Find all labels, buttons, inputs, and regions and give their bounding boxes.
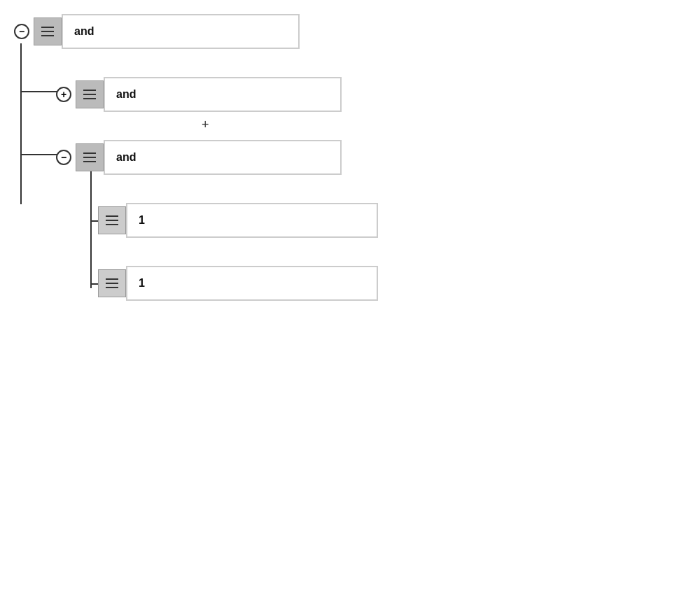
- child2-node-row: − and: [56, 140, 342, 175]
- child1-plus-symbol: +: [61, 89, 66, 100]
- child2-label[interactable]: and: [104, 140, 342, 175]
- tree-container: − and + and: [0, 0, 700, 343]
- child2-minus-button[interactable]: −: [56, 150, 71, 165]
- child2-label-text: and: [116, 151, 136, 164]
- leaf2-node-row: 1: [98, 266, 378, 301]
- root-node-row: − and: [14, 14, 300, 49]
- leaf2-label-text: 1: [139, 277, 145, 290]
- vert-line-root: [20, 43, 22, 204]
- horiz-line-child2: [20, 154, 57, 155]
- leaf2-menu-button[interactable]: [98, 269, 126, 297]
- vert-line-child2: [90, 169, 92, 288]
- cursor-indicator: +: [202, 118, 209, 132]
- child2-menu-button[interactable]: [76, 143, 104, 171]
- child1-label-text: and: [116, 88, 136, 101]
- root-minus-button[interactable]: −: [14, 24, 29, 39]
- child1-menu-button[interactable]: [76, 80, 104, 108]
- child1-menu-icon: [83, 90, 96, 99]
- child1-node-row: + and: [56, 77, 342, 112]
- leaf1-label-text: 1: [139, 214, 145, 227]
- leaf1-menu-button[interactable]: [98, 206, 126, 234]
- root-menu-button[interactable]: [34, 17, 62, 45]
- leaf1-menu-icon: [106, 215, 118, 225]
- horiz-line-child1: [20, 91, 57, 92]
- leaf1-label[interactable]: 1: [126, 203, 378, 238]
- leaf2-label[interactable]: 1: [126, 266, 378, 301]
- root-label-text: and: [74, 25, 94, 38]
- root-minus-symbol: −: [19, 26, 24, 37]
- root-menu-icon: [41, 27, 54, 36]
- child2-menu-icon: [83, 152, 96, 162]
- child1-label[interactable]: and: [104, 77, 342, 112]
- child1-plus-button[interactable]: +: [56, 87, 71, 102]
- child2-minus-symbol: −: [61, 152, 66, 163]
- root-label[interactable]: and: [62, 14, 300, 49]
- leaf1-node-row: 1: [98, 203, 378, 238]
- tree-area: − and + and: [14, 14, 448, 329]
- leaf2-menu-icon: [106, 278, 118, 288]
